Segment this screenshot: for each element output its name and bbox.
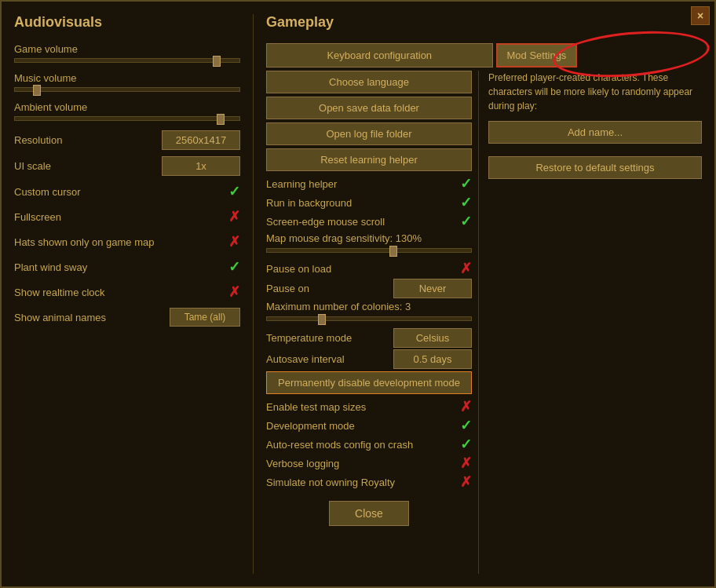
custom-cursor-label: Custom cursor: [14, 186, 81, 198]
auto-reset-mods-row: Auto-reset mods config on crash ✓: [266, 435, 472, 454]
verbose-logging-label: Verbose logging: [266, 458, 339, 469]
audiovisuals-title: Audiovisuals: [14, 14, 240, 31]
drag-sensitivity-slider[interactable]: [266, 248, 472, 253]
temperature-label: Temperature mode: [266, 332, 352, 344]
run-background-row: Run in background ✓: [266, 193, 472, 212]
custom-cursor-check: ✓: [228, 183, 240, 200]
screen-edge-label: Screen-edge mouse scroll: [266, 216, 385, 228]
temperature-dropdown[interactable]: Celsius: [393, 328, 472, 348]
ui-scale-dropdown[interactable]: 1x: [162, 156, 240, 176]
ui-scale-row: UI scale 1x: [14, 156, 240, 176]
run-background-label: Run in background: [266, 197, 352, 209]
hats-label: Hats shown only on game map: [14, 236, 154, 248]
max-colonies-slider[interactable]: [266, 316, 472, 321]
autosave-label: Autosave interval: [266, 353, 345, 365]
animal-names-label: Show animal names: [14, 312, 106, 323]
drag-sensitivity-row: Map mouse drag sensitivity: 130%: [266, 231, 472, 253]
restore-defaults-button[interactable]: Restore to default settings: [488, 156, 702, 179]
add-name-button[interactable]: Add name...: [488, 121, 702, 144]
simulate-royalty-cross: ✗: [460, 473, 472, 491]
test-map-sizes-label: Enable test map sizes: [266, 401, 366, 413]
gameplay-area: Gameplay Keyboard configuration Mod Sett…: [254, 14, 702, 574]
hats-cross: ✗: [228, 233, 240, 250]
screen-edge-check: ✓: [460, 213, 472, 230]
pause-on-row: Pause on Never: [266, 278, 472, 299]
gameplay-content: Choose language Open save data folder Op…: [266, 71, 702, 574]
reset-learning-button[interactable]: Reset learning helper: [266, 148, 472, 171]
screen-edge-row: Screen-edge mouse scroll ✓: [266, 212, 472, 231]
open-save-button[interactable]: Open save data folder: [266, 97, 472, 119]
open-log-button[interactable]: Open log file folder: [266, 122, 472, 145]
pause-on-dropdown[interactable]: Never: [393, 279, 472, 298]
mod-settings-wrapper: Mod Settings: [496, 43, 703, 68]
auto-reset-mods-check: ✓: [460, 436, 472, 453]
resolution-label: Resolution: [14, 134, 62, 146]
realtime-clock-cross: ✗: [228, 283, 240, 301]
music-volume-label: Music volume: [14, 72, 240, 84]
close-x-button[interactable]: ×: [691, 6, 710, 25]
game-volume-slider[interactable]: [14, 58, 240, 63]
preferred-text: Preferred player-created characters. The…: [488, 71, 702, 113]
settings-modal: × Audiovisuals Game volume Music volume …: [0, 0, 716, 588]
dev-mode-row: Development mode ✓: [266, 416, 472, 435]
dev-mode-check: ✓: [460, 417, 472, 434]
animal-names-dropdown[interactable]: Tame (all): [170, 308, 240, 327]
test-map-sizes-cross: ✗: [460, 398, 472, 415]
right-side-panel: Preferred player-created characters. The…: [478, 71, 702, 574]
auto-reset-mods-label: Auto-reset mods config on crash: [266, 439, 413, 451]
pause-on-label: Pause on: [266, 283, 309, 294]
simulate-royalty-label: Simulate not owning Royalty: [266, 477, 395, 488]
top-buttons-row: Keyboard configuration Mod Settings: [266, 43, 702, 68]
realtime-clock-row: Show realtime clock ✗: [14, 283, 240, 301]
mod-settings-button[interactable]: Mod Settings: [496, 43, 578, 68]
disable-dev-button[interactable]: Permanently disable development mode: [266, 371, 472, 394]
fullscreen-label: Fullscreen: [14, 211, 61, 223]
game-volume-label: Game volume: [14, 43, 240, 55]
test-map-sizes-row: Enable test map sizes ✗: [266, 397, 472, 416]
autosave-row: Autosave interval 0.5 days: [266, 349, 472, 370]
learning-helper-label: Learning helper: [266, 178, 337, 190]
custom-cursor-row: Custom cursor ✓: [14, 182, 240, 201]
learning-helper-row: Learning helper ✓: [266, 174, 472, 193]
gameplay-title: Gameplay: [266, 14, 702, 31]
max-colonies-label: Maximum number of colonies: 3: [266, 301, 411, 312]
pause-on-load-cross: ✗: [460, 260, 472, 277]
autosave-dropdown[interactable]: 0.5 days: [393, 349, 472, 369]
verbose-logging-cross: ✗: [460, 455, 472, 472]
plant-wind-check: ✓: [228, 258, 240, 276]
pause-on-load-label: Pause on load: [266, 263, 331, 275]
realtime-clock-label: Show realtime clock: [14, 287, 105, 298]
audiovisuals-panel: Audiovisuals Game volume Music volume Am…: [14, 14, 254, 574]
gameplay-left-col: Choose language Open save data folder Op…: [266, 71, 472, 574]
plant-wind-label: Plant wind sway: [14, 261, 87, 273]
close-bottom-button[interactable]: Close: [329, 501, 409, 526]
pause-on-load-row: Pause on load ✗: [266, 259, 472, 278]
resolution-dropdown[interactable]: 2560x1417: [162, 130, 240, 150]
learning-helper-check: ✓: [460, 175, 472, 192]
ambient-volume-slider[interactable]: [14, 116, 240, 121]
keyboard-config-button[interactable]: Keyboard configuration: [266, 43, 493, 68]
dev-mode-label: Development mode: [266, 420, 355, 432]
animal-names-row: Show animal names Tame (all): [14, 308, 240, 327]
choose-language-button[interactable]: Choose language: [266, 71, 472, 93]
temperature-row: Temperature mode Celsius: [266, 327, 472, 349]
hats-row: Hats shown only on game map ✗: [14, 232, 240, 251]
ui-scale-label: UI scale: [14, 160, 51, 172]
max-colonies-row: Maximum number of colonies: 3: [266, 299, 472, 321]
fullscreen-row: Fullscreen ✗: [14, 207, 240, 226]
plant-wind-row: Plant wind sway ✓: [14, 257, 240, 276]
ambient-volume-label: Ambient volume: [14, 101, 240, 113]
close-btn-container: Close: [266, 501, 472, 526]
verbose-logging-row: Verbose logging ✗: [266, 454, 472, 473]
music-volume-slider[interactable]: [14, 87, 240, 92]
resolution-row: Resolution 2560x1417: [14, 130, 240, 150]
modal-body: Audiovisuals Game volume Music volume Am…: [2, 2, 714, 586]
drag-sensitivity-label: Map mouse drag sensitivity: 130%: [266, 232, 422, 244]
fullscreen-cross: ✗: [228, 208, 240, 225]
simulate-royalty-row: Simulate not owning Royalty ✗: [266, 473, 472, 491]
run-background-check: ✓: [460, 194, 472, 211]
